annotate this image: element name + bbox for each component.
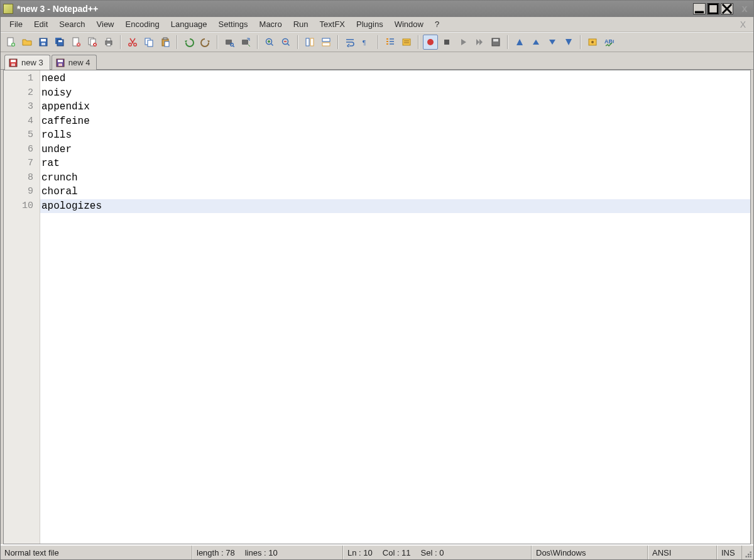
menu-encoding[interactable]: Encoding (121, 18, 165, 30)
svg-rect-53 (748, 554, 749, 555)
svg-point-36 (427, 39, 434, 45)
menu-edit[interactable]: Edit (29, 18, 53, 30)
svg-point-41 (591, 41, 594, 43)
svg-rect-52 (746, 556, 747, 557)
minimize-button[interactable] (693, 3, 706, 14)
close-file-icon[interactable] (68, 35, 84, 50)
svg-rect-1 (709, 4, 718, 13)
paste-icon[interactable] (158, 35, 173, 50)
editor-line[interactable]: choral (40, 185, 750, 199)
cut-icon[interactable] (125, 35, 140, 50)
document-tab[interactable]: new 3 (4, 55, 50, 70)
indent-guide-icon[interactable] (383, 35, 398, 50)
status-caret: Ln : 10 Col : 11 Sel : 0 (343, 546, 532, 559)
undo-icon[interactable] (182, 35, 197, 50)
save-icon[interactable] (36, 35, 51, 50)
status-filetype: Normal text file (1, 546, 192, 559)
open-file-icon[interactable] (19, 35, 35, 50)
editor-line[interactable]: crunch (40, 171, 750, 185)
text-editor[interactable]: neednoisyappendixcaffeinerollsunderratcr… (40, 70, 750, 544)
sync-h-icon[interactable] (319, 35, 334, 50)
svg-rect-49 (750, 556, 751, 557)
svg-rect-16 (107, 38, 111, 41)
app-window: *new 3 - Notepad++ x File Edit Search Vi… (0, 0, 754, 560)
editor-line[interactable]: need (40, 72, 750, 86)
svg-point-19 (134, 43, 136, 46)
tri-left-icon[interactable] (512, 35, 527, 50)
editor-line[interactable]: appendix (40, 100, 750, 114)
svg-rect-23 (163, 38, 167, 40)
menu-settings[interactable]: Settings (214, 18, 253, 30)
replace-icon[interactable] (238, 35, 253, 50)
svg-rect-48 (58, 63, 62, 66)
svg-rect-0 (695, 11, 704, 14)
line-number: 10 (4, 199, 40, 214)
save-all-icon[interactable] (52, 35, 67, 50)
svg-rect-5 (41, 39, 46, 41)
redo-icon[interactable] (198, 35, 213, 50)
maximize-button[interactable] (707, 3, 719, 14)
settings-icon[interactable] (585, 35, 600, 50)
menu-run[interactable]: Run (288, 18, 314, 30)
tri-down-icon[interactable] (545, 35, 560, 50)
menu-textfx[interactable]: TextFX (315, 18, 350, 30)
svg-rect-17 (107, 43, 111, 46)
svg-rect-47 (58, 60, 63, 62)
svg-rect-21 (148, 40, 153, 47)
tri-up-icon[interactable] (528, 35, 544, 50)
toolbar-separator (217, 35, 218, 49)
spellcheck-icon[interactable]: ABC (601, 35, 616, 50)
svg-rect-37 (444, 40, 449, 45)
mdi-close-x[interactable]: X (736, 19, 750, 30)
menu-search[interactable]: Search (54, 18, 90, 30)
svg-rect-35 (403, 39, 410, 45)
fast-macro-icon[interactable] (472, 35, 487, 50)
wordwrap-icon[interactable] (342, 35, 358, 50)
play-macro-icon[interactable] (456, 35, 471, 50)
line-number-gutter: 12345678910 (4, 70, 40, 544)
disk-icon (9, 58, 18, 67)
tri-right-icon[interactable] (561, 35, 576, 50)
menu-view[interactable]: View (92, 18, 119, 30)
resize-grip[interactable] (742, 546, 753, 559)
svg-rect-39 (493, 39, 498, 41)
document-tab[interactable]: new 4 (52, 55, 97, 70)
svg-rect-9 (58, 40, 62, 42)
menu-language[interactable]: Language (166, 18, 212, 30)
line-number: 7 (4, 156, 40, 171)
menu-macro[interactable]: Macro (254, 18, 287, 30)
stop-macro-icon[interactable] (439, 35, 454, 50)
user-lang-icon[interactable] (399, 35, 414, 50)
close-button[interactable] (721, 3, 733, 14)
new-file-icon[interactable] (3, 35, 18, 50)
svg-rect-45 (11, 63, 15, 66)
editor-line[interactable]: noisy (40, 86, 750, 101)
toolbar-separator (297, 35, 298, 49)
svg-rect-31 (310, 38, 314, 46)
svg-rect-54 (750, 552, 751, 553)
show-all-icon[interactable]: ¶ (359, 35, 374, 50)
sync-v-icon[interactable] (302, 35, 317, 50)
tab-label: new 4 (68, 58, 90, 67)
mdi-close-button[interactable]: x (738, 3, 751, 14)
line-number: 2 (4, 86, 40, 101)
editor-line[interactable]: rolls (40, 128, 750, 143)
menu-plugins[interactable]: Plugins (351, 18, 388, 30)
menu-help[interactable]: ? (430, 18, 444, 30)
editor-line[interactable]: rat (40, 156, 750, 171)
record-macro-icon[interactable] (423, 35, 438, 50)
save-macro-icon[interactable] (488, 35, 503, 50)
menu-file[interactable]: File (4, 18, 28, 30)
close-all-icon[interactable] (85, 35, 100, 50)
zoom-in-icon[interactable] (262, 35, 277, 50)
title-bar: *new 3 - Notepad++ x (1, 1, 753, 17)
editor-line[interactable]: under (40, 143, 750, 157)
editor-line[interactable]: caffeine (40, 114, 750, 129)
copy-icon[interactable] (141, 35, 156, 50)
print-icon[interactable] (101, 35, 116, 50)
find-icon[interactable] (222, 35, 237, 50)
editor-line[interactable]: apologizes (40, 199, 750, 214)
menu-window[interactable]: Window (390, 18, 429, 30)
zoom-out-icon[interactable] (278, 35, 293, 50)
toolbar-separator (177, 35, 178, 49)
